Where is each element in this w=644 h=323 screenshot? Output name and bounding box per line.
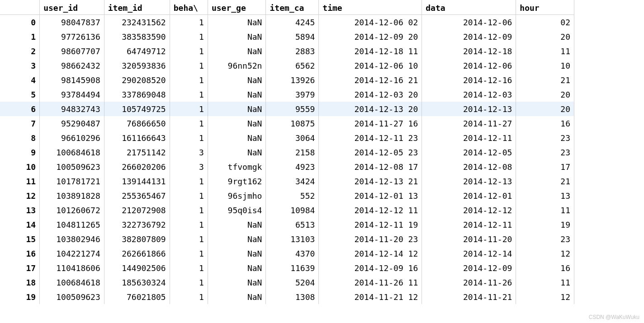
cell-item-id: 76866650 <box>104 116 170 131</box>
table-row[interactable]: 171104186061449025061NaN116392014-12-09 … <box>0 261 574 275</box>
cell-hour: 23 <box>516 131 574 145</box>
cell-item-id: 105749725 <box>104 102 170 116</box>
cell-item-id: 76021805 <box>104 290 170 304</box>
cell-item-ca: 1308 <box>266 290 319 304</box>
col-header-item-ca[interactable]: item_ca <box>266 0 319 15</box>
cell-beha: 3 <box>170 145 208 159</box>
cell-beha: 1 <box>170 131 208 145</box>
cell-user-ge: NaN <box>208 246 266 261</box>
cell-hour: 23 <box>516 145 574 159</box>
dataframe-table[interactable]: user_id item_id beha\ user_ge item_ca ti… <box>0 0 574 304</box>
col-header-time[interactable]: time <box>319 0 422 15</box>
cell-item-ca: 13926 <box>266 73 319 87</box>
cell-beha: 1 <box>170 58 208 73</box>
cell-hour: 21 <box>516 174 574 188</box>
col-header-user-ge[interactable]: user_ge <box>208 0 266 15</box>
cell-time: 2014-12-01 13 <box>319 188 422 203</box>
cell-beha: 1 <box>170 246 208 261</box>
table-row[interactable]: 1110178172113914413119rgt16234242014-12-… <box>0 174 574 188</box>
cell-user-id: 103891828 <box>40 188 104 203</box>
cell-user-ge: tfvomgk <box>208 159 266 174</box>
col-header-hour[interactable]: hour <box>516 0 574 15</box>
cell-item-ca: 11639 <box>266 261 319 275</box>
table-body: 0980478372324315621NaN42452014-12-06 022… <box>0 15 574 304</box>
table-row[interactable]: 101005096232660202063tfvomgk49232014-12-… <box>0 159 574 174</box>
cell-user-ge: NaN <box>208 15 266 30</box>
cell-user-ge: NaN <box>208 217 266 232</box>
cell-hour: 21 <box>516 73 574 87</box>
table-row[interactable]: 8966102961611666431NaN30642014-12-11 232… <box>0 131 574 145</box>
table-row[interactable]: 795290487768666501NaN108752014-11-27 162… <box>0 116 574 131</box>
col-header-beha[interactable]: beha\ <box>170 0 208 15</box>
table-row[interactable]: 4981459082902085201NaN139262014-12-16 21… <box>0 73 574 87</box>
cell-hour: 17 <box>516 159 574 174</box>
cell-item-id: 383583590 <box>104 29 170 44</box>
table-row[interactable]: 6948327431057497251NaN95592014-12-13 202… <box>0 102 574 116</box>
cell-time: 2014-11-27 16 <box>319 116 422 131</box>
table-row[interactable]: 13101260672212072908195q0is4109842014-12… <box>0 203 574 217</box>
cell-user-ge: 96nn52n <box>208 58 266 73</box>
col-header-data[interactable]: data <box>422 0 516 15</box>
cell-hour: 12 <box>516 290 574 304</box>
table-row[interactable]: 9100684618217511423NaN21582014-12-05 232… <box>0 145 574 159</box>
table-row[interactable]: 151038029463828078091NaN131032014-11-20 … <box>0 232 574 246</box>
cell-time: 2014-11-21 12 <box>319 290 422 304</box>
cell-data: 2014-12-06 <box>422 58 516 73</box>
table-row[interactable]: 141048112653227367921NaN65132014-12-11 1… <box>0 217 574 232</box>
cell-hour: 11 <box>516 275 574 290</box>
col-header-item-id[interactable]: item_id <box>104 0 170 15</box>
cell-user-id: 103802946 <box>40 232 104 246</box>
table-row[interactable]: 19100509623760218051NaN13082014-11-21 12… <box>0 290 574 304</box>
cell-item-ca: 6562 <box>266 58 319 73</box>
row-index: 15 <box>0 232 40 246</box>
cell-user-ge: NaN <box>208 29 266 44</box>
table-row[interactable]: 398662432320593836196nn52n65622014-12-06… <box>0 58 574 73</box>
cell-item-id: 255365467 <box>104 188 170 203</box>
cell-item-ca: 3979 <box>266 87 319 102</box>
cell-time: 2014-12-09 20 <box>319 29 422 44</box>
row-index: 13 <box>0 203 40 217</box>
cell-time: 2014-12-06 02 <box>319 15 422 30</box>
cell-hour: 10 <box>516 58 574 73</box>
table-row[interactable]: 161042212742626618661NaN43702014-12-14 1… <box>0 246 574 261</box>
cell-time: 2014-12-14 12 <box>319 246 422 261</box>
cell-item-ca: 9559 <box>266 102 319 116</box>
cell-user-ge: NaN <box>208 232 266 246</box>
table-row[interactable]: 12103891828255365467196sjmho5522014-12-0… <box>0 188 574 203</box>
cell-hour: 23 <box>516 232 574 246</box>
cell-hour: 13 <box>516 188 574 203</box>
row-index: 7 <box>0 116 40 131</box>
cell-beha: 3 <box>170 159 208 174</box>
cell-data: 2014-11-26 <box>422 275 516 290</box>
cell-time: 2014-12-16 21 <box>319 73 422 87</box>
table-row[interactable]: 5937844943378690481NaN39792014-12-03 202… <box>0 87 574 102</box>
cell-item-id: 322736792 <box>104 217 170 232</box>
table-row[interactable]: 181006846181856303241NaN52042014-11-26 1… <box>0 275 574 290</box>
col-header-user-id[interactable]: user_id <box>40 0 104 15</box>
cell-item-id: 185630324 <box>104 275 170 290</box>
cell-beha: 1 <box>170 174 208 188</box>
cell-item-id: 232431562 <box>104 15 170 30</box>
cell-user-ge: NaN <box>208 261 266 275</box>
cell-user-id: 101260672 <box>40 203 104 217</box>
cell-time: 2014-11-26 11 <box>319 275 422 290</box>
cell-time: 2014-12-13 20 <box>319 102 422 116</box>
cell-data: 2014-12-01 <box>422 188 516 203</box>
cell-user-ge: NaN <box>208 116 266 131</box>
cell-item-id: 21751142 <box>104 145 170 159</box>
table-row[interactable]: 0980478372324315621NaN42452014-12-06 022… <box>0 15 574 30</box>
cell-data: 2014-12-14 <box>422 246 516 261</box>
cell-item-ca: 4370 <box>266 246 319 261</box>
cell-time: 2014-12-11 19 <box>319 217 422 232</box>
cell-item-id: 337869048 <box>104 87 170 102</box>
cell-user-ge: 9rgt162 <box>208 174 266 188</box>
table-row[interactable]: 298607707647497121NaN28832014-12-18 1120… <box>0 44 574 58</box>
cell-data: 2014-12-12 <box>422 203 516 217</box>
row-index: 19 <box>0 290 40 304</box>
cell-user-ge: NaN <box>208 87 266 102</box>
table-row[interactable]: 1977261363835835901NaN58942014-12-09 202… <box>0 29 574 44</box>
cell-beha: 1 <box>170 290 208 304</box>
cell-item-ca: 10984 <box>266 203 319 217</box>
row-index: 1 <box>0 29 40 44</box>
row-index: 9 <box>0 145 40 159</box>
